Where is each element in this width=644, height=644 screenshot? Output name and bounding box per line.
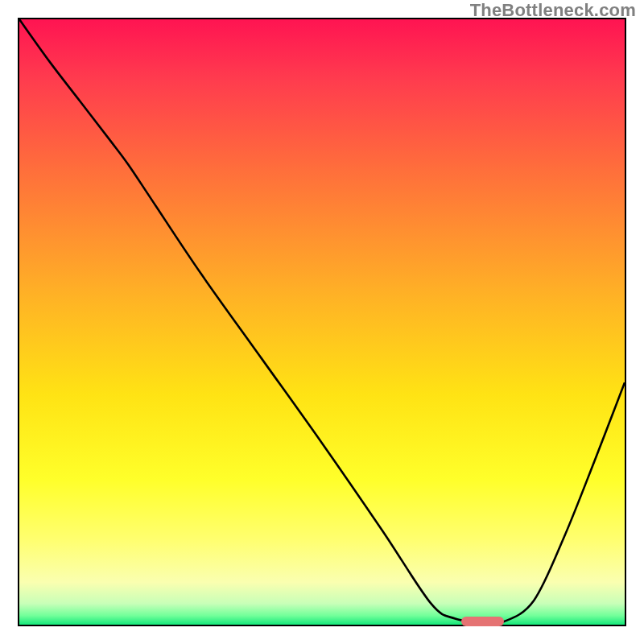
chart-root: TheBottleneck.com [0, 0, 644, 644]
optimal-marker [461, 617, 504, 626]
bottleneck-curve [19, 19, 625, 625]
plot-area [18, 18, 626, 626]
